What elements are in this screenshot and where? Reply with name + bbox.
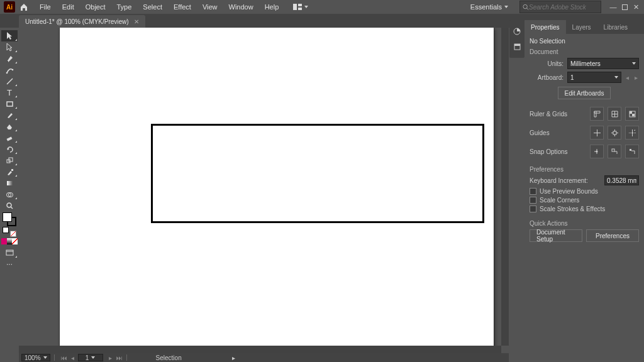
edit-toolbar-button[interactable]: ··· [1,258,18,270]
direct-selection-tool[interactable] [1,41,18,53]
units-select[interactable]: Millimeters [567,58,639,69]
menu-view[interactable]: View [197,0,223,14]
svg-rect-26 [630,111,632,114]
collapsed-panels-dock [509,20,525,58]
paintbrush-tool[interactable] [1,109,18,121]
show-guides-icon[interactable] [590,126,604,140]
close-tab-icon[interactable]: ✕ [134,18,139,25]
svg-rect-16 [7,181,13,185]
artboard-next[interactable]: ▸ [633,74,639,81]
workspace-switcher[interactable]: Essentials [464,1,514,13]
status-menu-icon[interactable]: ▸ [232,354,235,361]
zoom-tool[interactable] [1,200,18,211]
lock-guides-icon[interactable] [608,126,621,140]
current-tool-label: Selection [156,354,182,361]
check-preview-bounds[interactable]: Use Preview Bounds [530,188,639,195]
artboard-prev-sb[interactable]: ◂ [70,354,76,361]
menu-object[interactable]: Object [80,0,111,14]
menu-effect[interactable]: Effect [168,0,197,14]
svg-point-19 [7,203,11,207]
rectangle-shape[interactable] [151,124,484,223]
menu-file[interactable]: File [34,0,57,14]
window-close[interactable]: ✕ [631,3,640,11]
artboard-first[interactable]: ⏮ [61,354,67,361]
shaper-tool[interactable] [1,121,18,132]
shape-builder-tool[interactable] [1,189,18,200]
svg-rect-25 [514,44,520,46]
eyedropper-tool[interactable] [1,166,18,177]
scrollbar-horizontal[interactable] [19,346,501,353]
svg-point-6 [7,61,8,62]
arrange-docs-button[interactable] [289,0,312,14]
svg-rect-12 [6,136,12,141]
curvature-tool[interactable] [1,64,18,75]
smart-guides-icon[interactable] [625,126,639,140]
preferences-button[interactable]: Preferences [586,229,639,242]
window-maximize[interactable] [620,3,629,11]
tab-layers[interactable]: Layers [566,20,597,34]
menu-edit[interactable]: Edit [57,0,80,14]
snap-grid-icon[interactable] [608,145,621,158]
keyboard-increment-label: Keyboard Increment: [530,177,604,184]
svg-point-8 [11,69,13,70]
menu-window[interactable]: Window [223,0,259,14]
color-panel-icon[interactable] [511,26,523,37]
rectangle-tool[interactable] [1,98,18,109]
keyboard-increment-input[interactable] [604,175,639,185]
check-scale-corners[interactable]: Scale Corners [530,197,639,204]
menu-help[interactable]: Help [259,0,285,14]
svg-line-20 [11,207,13,209]
artboard-prev[interactable]: ◂ [624,74,630,81]
zoom-select[interactable]: 100% [21,354,50,361]
default-fill-icon[interactable] [3,227,9,233]
snap-pixel-icon[interactable] [625,145,639,158]
svg-point-3 [523,4,527,8]
snap-label: Snap Options [530,148,568,155]
fill-swatch[interactable] [3,212,12,222]
stock-search-input[interactable] [529,4,598,11]
units-label: Units: [530,60,567,67]
rotate-tool[interactable] [1,143,18,155]
fill-stroke-swatch[interactable] [3,212,16,226]
document-tab-title: Untitled-1* @ 100% (CMYK/Preview) [25,18,129,25]
transparency-grid-icon[interactable] [625,107,639,121]
artboard-select[interactable]: 1 [567,72,621,83]
none-swatch-icon[interactable] [10,231,16,237]
grid-icon[interactable] [608,107,621,121]
selection-tool[interactable] [1,30,18,41]
document-setup-button[interactable]: Document Setup [530,229,582,242]
libraries-panel-icon[interactable] [511,41,523,52]
canvas-area [19,28,509,353]
menu-type[interactable]: Type [111,0,138,14]
window-minimize[interactable]: — [609,3,618,11]
ruler-grids-label: Ruler & Grids [530,111,567,118]
svg-rect-33 [613,131,616,134]
eraser-tool[interactable] [1,132,18,143]
artboard-next-sb[interactable]: ▸ [108,354,114,361]
svg-rect-11 [7,102,13,106]
svg-rect-0 [293,4,297,10]
color-mode-row[interactable] [1,238,18,244]
scale-tool[interactable] [1,155,18,166]
scrollbar-vertical[interactable] [501,28,509,346]
artboard-last[interactable]: ⏭ [116,354,123,361]
gradient-tool[interactable] [1,177,18,189]
home-icon[interactable] [19,2,29,12]
type-tool[interactable]: T [1,87,18,98]
svg-rect-15 [11,169,13,171]
menu-select[interactable]: Select [137,0,168,14]
section-quick-actions: Quick Actions [530,220,639,227]
screen-mode-button[interactable] [1,247,18,258]
edit-artboards-button[interactable]: Edit Artboards [558,87,611,99]
document-tab[interactable]: Untitled-1* @ 100% (CMYK/Preview) ✕ [19,15,145,28]
artboard[interactable] [60,28,494,353]
pen-tool[interactable] [1,53,18,64]
check-scale-strokes[interactable]: Scale Strokes & Effects [530,206,639,212]
artboard-nav-select[interactable]: 1 [78,354,103,361]
tab-properties[interactable]: Properties [525,20,566,34]
snap-point-icon[interactable] [590,145,604,158]
stock-search[interactable] [519,1,601,13]
ruler-icon[interactable] [590,107,604,121]
line-tool[interactable] [1,75,18,87]
tab-libraries[interactable]: Libraries [597,20,634,34]
